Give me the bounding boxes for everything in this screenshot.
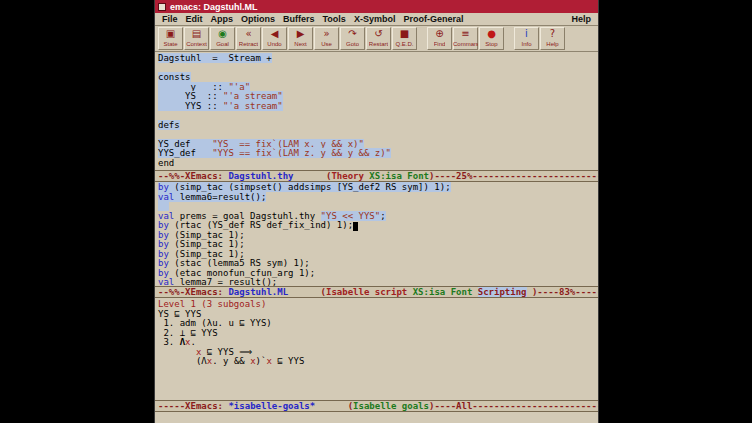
find-icon: ⊕ <box>435 28 443 40</box>
next-icon: ▶ <box>297 28 305 40</box>
text-segment: )` <box>256 356 267 366</box>
text-segment: "YYS == fix`(LAM z. y && y && z)" <box>212 148 391 158</box>
toolbar-button-label: Goto <box>346 40 359 48</box>
text-segment: --%%-XEmacs: <box>158 171 228 181</box>
text-segment: ) <box>527 287 538 297</box>
text-segment: consts <box>158 72 191 82</box>
help-icon: ? <box>550 28 555 40</box>
text-segment: . y && <box>212 356 250 366</box>
text-segment: 2. ⊥ ⊑ YYS <box>158 328 218 338</box>
buffer-line: YYS_def "YYS == fix`(LAM z. y && y && z)… <box>158 149 598 159</box>
menu-help[interactable]: Help <box>567 14 595 24</box>
toolbar-button-stop[interactable]: ●Stop <box>479 27 504 50</box>
use-icon: » <box>323 28 329 40</box>
menu-options[interactable]: Options <box>237 14 279 24</box>
toolbar-button-next[interactable]: ▶Next <box>288 27 313 50</box>
text-segment <box>315 401 348 411</box>
echo-area[interactable] <box>155 412 598 423</box>
toolbar-button-find[interactable]: ⊕Find <box>427 27 452 50</box>
toolbar-button-context[interactable]: ▤Context <box>184 27 209 50</box>
text-segment: Dagstuhl.ML <box>228 287 288 297</box>
text-segment: (Simp_tac 1); <box>169 239 245 249</box>
text-segment <box>472 287 477 297</box>
window-title: emacs: Dagstuhl.ML <box>170 2 258 12</box>
text-segment: Isabelle script <box>326 287 407 297</box>
modeline-dagstuhl-thy[interactable]: --%%-XEmacs: Dagstuhl.thy (Theory XS:isa… <box>155 170 598 182</box>
context-icon: ▤ <box>192 28 201 40</box>
text-segment: Scripting <box>478 287 527 297</box>
toolbar: ▣State▤Context◉Goal«Retract◀Undo▶Next»Us… <box>155 26 598 52</box>
toolbar-button-label: Goal <box>216 40 229 48</box>
menu-tools[interactable]: Tools <box>319 14 350 24</box>
text-segment: ----All---------------------------------… <box>434 401 598 411</box>
buffer-line: 2. ⊥ ⊑ YYS <box>158 329 598 339</box>
toolbar-button-state[interactable]: ▣State <box>158 27 183 50</box>
toolbar-button-goto[interactable]: ↷Goto <box>340 27 365 50</box>
menu-edit[interactable]: Edit <box>182 14 207 24</box>
text-cursor <box>353 222 358 231</box>
text-segment: "YS == fix`(LAM x. y && x)" <box>212 139 364 149</box>
toolbar-button-restart[interactable]: ↺Restart <box>366 27 391 50</box>
toolbar-button-qed[interactable]: ■Q.E.D. <box>392 27 417 50</box>
text-segment: ⊑ YYS <box>272 356 305 366</box>
qed-icon: ■ <box>400 28 409 40</box>
toolbar-button-label: Restart <box>369 40 388 48</box>
buffer-line: val lemma6=result(); <box>158 193 598 203</box>
toolbar-button-label: Use <box>321 40 332 48</box>
text-segment: lemma6=result(); <box>174 192 266 202</box>
text-segment: lemma7 = result(); <box>174 277 277 286</box>
text-segment: prems = goal Dagstuhl.thy <box>174 211 320 221</box>
toolbar-button-undo[interactable]: ◀Undo <box>262 27 287 50</box>
stop-icon: ● <box>487 28 496 40</box>
toolbar-button-help[interactable]: ?Help <box>540 27 565 50</box>
buffer-line: Level 1 (3 subgoals) <box>158 300 598 310</box>
toolbar-button-retract[interactable]: «Retract <box>236 27 261 50</box>
buffer-isabelle-goals[interactable]: Level 1 (3 subgoals)YS ⊑ YYS 1. adm (λu.… <box>155 298 598 400</box>
text-segment: (simp_tac (simpset() addsimps [YS_def2 R… <box>169 182 451 192</box>
menu-file[interactable]: File <box>158 14 182 24</box>
buffer-line: Dagstuhl = Stream + <box>158 54 598 64</box>
text-segment: (rtac (YS_def RS def_fix_ind) 1); <box>169 220 353 230</box>
toolbar-button-label: Retract <box>239 40 258 48</box>
toolbar-button-label: Help <box>546 40 558 48</box>
buffer-line: val lemma7 = result(); <box>158 278 598 286</box>
text-segment: -----XEmacs: <box>158 401 228 411</box>
text-segment: YS ⊑ YYS <box>158 309 201 319</box>
text-segment: by <box>158 249 169 259</box>
buffer-line: end <box>158 159 598 169</box>
toolbar-button-label: Stop <box>485 40 497 48</box>
modeline-isabelle-goals[interactable]: -----XEmacs: *isabelle-goals* (Isabelle … <box>155 400 598 412</box>
text-segment: y :: <box>158 82 228 92</box>
text-segment: 3. <box>158 337 180 347</box>
toolbar-button-label: State <box>163 40 177 48</box>
buffer-line: 1. adm (λu. u ⊑ YYS) <box>158 319 598 329</box>
toolbar-button-command[interactable]: ≡Command <box>453 27 478 50</box>
buffer-dagstuhl-thy[interactable]: Dagstuhl = Stream +consts y :: "'a" YS :… <box>155 52 598 170</box>
menu-buffers[interactable]: Buffers <box>279 14 319 24</box>
modeline-dagstuhl-ml[interactable]: --%%-XEmacs: Dagstuhl.ML (Isabelle scrip… <box>155 286 598 298</box>
text-segment: "YS << YYS" <box>321 211 381 221</box>
buffer-line: YYS :: "'a stream" <box>158 102 598 112</box>
toolbar-button-label: Q.E.D. <box>395 40 413 48</box>
text-segment: ; <box>380 211 385 221</box>
buffer-line <box>158 64 598 74</box>
window-titlebar[interactable]: emacs: Dagstuhl.ML <box>155 0 598 13</box>
xemacs-window: emacs: Dagstuhl.ML FileEditAppsOptionsBu… <box>155 0 598 423</box>
text-segment: 1. adm (λu. u ⊑ YYS) <box>158 318 272 328</box>
text-segment: val <box>158 277 174 286</box>
toolbar-button-label: Info <box>521 40 531 48</box>
toolbar-button-goal[interactable]: ◉Goal <box>210 27 235 50</box>
text-segment: ----25%---------------------------------… <box>434 171 598 181</box>
text-segment: Dagstuhl = Stream + <box>158 53 272 63</box>
toolbar-button-use[interactable]: »Use <box>314 27 339 50</box>
menu-apps[interactable]: Apps <box>207 14 238 24</box>
retract-icon: « <box>245 28 251 40</box>
toolbar-button-info[interactable]: iInfo <box>514 27 539 50</box>
text-segment: by <box>158 239 169 249</box>
buffer-dagstuhl-ml[interactable]: by (simp_tac (simpset() addsimps [YS_def… <box>155 182 598 286</box>
menu-proof-general[interactable]: Proof-General <box>399 14 467 24</box>
text-segment: ⊑ YYS ⟹ <box>201 347 252 357</box>
command-icon: ≡ <box>461 28 469 40</box>
text-segment: end <box>158 158 174 168</box>
menu-x-symbol[interactable]: X-Symbol <box>350 14 400 24</box>
